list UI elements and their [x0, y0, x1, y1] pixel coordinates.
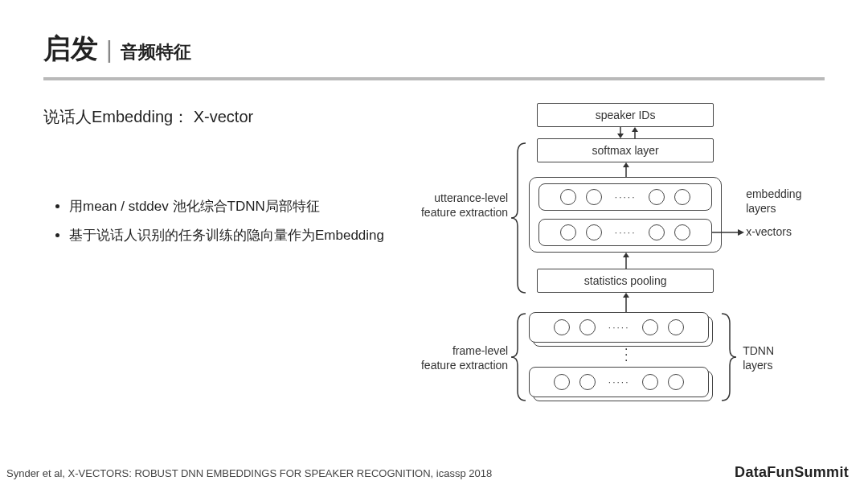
- citation-footer: Synder et al, X-VECTORS: ROBUST DNN EMBE…: [6, 467, 492, 479]
- svg-marker-3: [632, 127, 638, 132]
- slide: 启发 | 音频特征 说话人Embedding： X-vector 用mean /…: [0, 0, 868, 489]
- neuron-icon: [674, 189, 690, 205]
- title-row: 启发 | 音频特征: [43, 31, 825, 68]
- tdnn-label: TDNN layers: [743, 344, 774, 372]
- bullet-list: 用mean / stddev 池化综合TDNN局部特征 基于说话人识别的任务训练…: [43, 192, 403, 249]
- neuron-icon: [560, 224, 576, 240]
- softmax-box: softmax layer: [537, 138, 714, 162]
- neuron-icon: [560, 189, 576, 205]
- dots-icon: ·····: [615, 227, 637, 238]
- neuron-icon: [668, 319, 684, 335]
- svg-marker-9: [623, 253, 629, 257]
- svg-marker-11: [623, 293, 629, 298]
- arrow-up-icon: [621, 293, 631, 312]
- diagram: speaker IDs softmax layer ·····: [408, 103, 825, 441]
- vdots-icon: ···: [622, 346, 630, 364]
- dots-icon: ·····: [608, 376, 630, 388]
- neuron-icon: [642, 319, 658, 335]
- arrow-up-icon: [621, 253, 631, 269]
- arrow-up-icon: [630, 127, 640, 138]
- neuron-icon: [579, 319, 596, 335]
- dots-icon: ·····: [608, 322, 630, 333]
- svg-marker-5: [623, 162, 629, 167]
- title-main: 启发: [43, 31, 98, 68]
- neuron-icon: [579, 374, 596, 390]
- neuron-icon: [554, 374, 570, 390]
- dots-icon: ·····: [615, 191, 637, 203]
- brand-label: DataFunSummit: [735, 464, 849, 481]
- neuron-icon: [586, 189, 602, 205]
- tdnn-layer-row: ·····: [529, 367, 709, 397]
- brace-icon: [720, 312, 736, 402]
- divider: [43, 77, 825, 80]
- title-separator: |: [106, 36, 113, 64]
- left-column: 说话人Embedding： X-vector 用mean / stddev 池化…: [43, 103, 403, 441]
- body: 说话人Embedding： X-vector 用mean / stddev 池化…: [43, 103, 825, 441]
- bullet-item: 用mean / stddev 池化综合TDNN局部特征: [69, 192, 403, 221]
- stats-pooling-box: statistics pooling: [537, 269, 714, 293]
- softmax-label: softmax layer: [592, 144, 659, 157]
- arrow-down-icon: [616, 127, 625, 138]
- title-sub: 音频特征: [121, 40, 191, 64]
- embedding-layer-row: ·····: [538, 183, 712, 211]
- neuron-icon: [586, 224, 602, 240]
- brace-icon: [511, 312, 527, 402]
- neuron-icon: [649, 224, 665, 240]
- svg-marker-7: [738, 229, 744, 236]
- neuron-icon: [674, 224, 690, 240]
- subtitle: 说话人Embedding： X-vector: [43, 106, 403, 128]
- tdnn-layer-row: ·····: [529, 312, 709, 343]
- stats-pooling-label: statistics pooling: [584, 274, 667, 287]
- bullet-item: 基于说话人识别的任务训练的隐向量作为Embedding: [69, 221, 403, 250]
- neuron-icon: [668, 374, 684, 390]
- neuron-icon: [642, 374, 658, 390]
- embedding-layers-label: embedding layers: [746, 187, 801, 216]
- neuron-icon: [554, 319, 570, 335]
- xvector-layer-row: ·····: [538, 219, 712, 246]
- neuron-icon: [649, 189, 665, 205]
- speaker-ids-label: speaker IDs: [596, 109, 656, 121]
- brace-icon: [511, 142, 527, 294]
- arrow-right-icon: [712, 228, 744, 237]
- frame-level-label: frame-level feature extraction: [410, 344, 508, 372]
- xvectors-label: x-vectors: [746, 225, 792, 240]
- speaker-ids-box: speaker IDs: [537, 103, 714, 127]
- arrow-up-icon: [621, 162, 631, 177]
- utterance-level-label: utterance-level feature extraction: [410, 191, 508, 220]
